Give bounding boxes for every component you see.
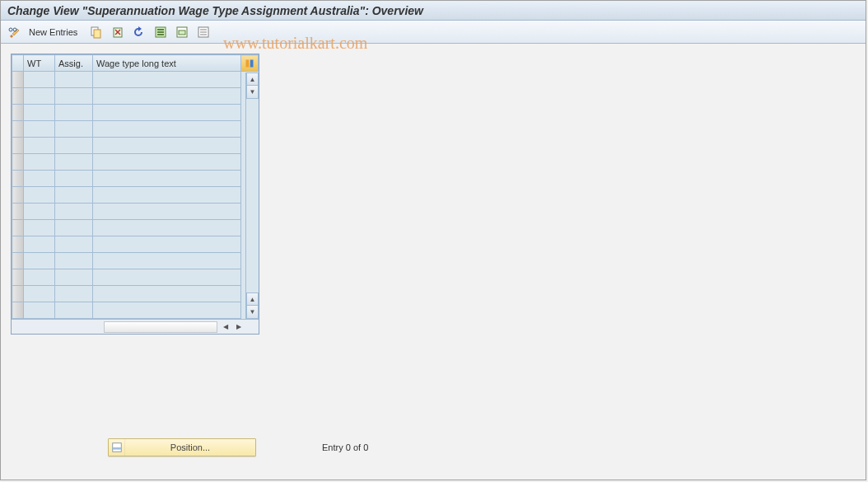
- cell-assig[interactable]: [55, 187, 93, 204]
- cell-wt[interactable]: [24, 236, 55, 253]
- cell-wt[interactable]: [24, 154, 55, 171]
- column-header-wage-long[interactable]: Wage type long text: [93, 55, 241, 72]
- column-header-wt[interactable]: WT: [24, 55, 55, 72]
- row-selector[interactable]: [12, 204, 24, 220]
- cell-wt[interactable]: [24, 253, 55, 269]
- row-selector[interactable]: [12, 105, 24, 121]
- cell-wt[interactable]: [24, 187, 55, 204]
- row-selector[interactable]: [12, 154, 24, 171]
- cell-wt[interactable]: [24, 171, 55, 187]
- cell-assig[interactable]: [55, 269, 93, 286]
- row-selector[interactable]: [12, 187, 24, 204]
- cell-wage_long[interactable]: [93, 88, 241, 105]
- select-block-button[interactable]: [173, 23, 191, 41]
- table-container: WT Assig. Wage type long text: [11, 54, 259, 335]
- cell-wage_long[interactable]: [93, 220, 241, 236]
- row-selector[interactable]: [12, 171, 24, 187]
- scroll-down-step-button[interactable]: ▲: [246, 292, 259, 306]
- scroll-up-step-button[interactable]: ▼: [246, 86, 259, 99]
- row-selector[interactable]: [12, 121, 24, 138]
- cell-assig[interactable]: [55, 105, 93, 121]
- copy-as-button[interactable]: [87, 23, 105, 41]
- cell-wt[interactable]: [24, 138, 55, 154]
- row-selector[interactable]: [12, 220, 24, 236]
- cell-assig[interactable]: [55, 302, 93, 319]
- select-all-button[interactable]: [152, 23, 170, 41]
- cell-wage_long[interactable]: [93, 286, 241, 302]
- cell-assig[interactable]: [55, 171, 93, 187]
- cell-wage_long[interactable]: [93, 204, 241, 220]
- table-row: [12, 269, 259, 286]
- cell-assig[interactable]: [55, 121, 93, 138]
- cell-wt[interactable]: [24, 302, 55, 319]
- table-row: [12, 302, 259, 319]
- cell-assig[interactable]: [55, 138, 93, 154]
- cell-wt[interactable]: [24, 269, 55, 286]
- svg-rect-10: [179, 30, 185, 35]
- entry-status: Entry 0 of 0: [322, 442, 368, 452]
- scroll-track[interactable]: [246, 99, 259, 292]
- cell-wage_long[interactable]: [93, 187, 241, 204]
- row-selector[interactable]: [12, 302, 24, 319]
- delete-button[interactable]: [109, 23, 127, 41]
- deselect-all-icon: [197, 26, 210, 39]
- cell-wt[interactable]: [24, 286, 55, 302]
- cell-wt[interactable]: [24, 88, 55, 105]
- cell-assig[interactable]: [55, 88, 93, 105]
- row-selector[interactable]: [12, 88, 24, 105]
- row-selector[interactable]: [12, 72, 24, 88]
- cell-assig[interactable]: [55, 72, 93, 88]
- row-selector[interactable]: [12, 138, 24, 154]
- hscroll-track[interactable]: [104, 321, 217, 333]
- scroll-down-button[interactable]: ▼: [246, 306, 259, 319]
- cell-wt[interactable]: [24, 121, 55, 138]
- svg-rect-8: [157, 34, 164, 35]
- table-configure-button[interactable]: [241, 55, 259, 72]
- new-entries-button[interactable]: New Entries: [27, 23, 84, 41]
- horizontal-scrollbar[interactable]: ◀ ▶: [12, 319, 259, 334]
- table-row: [12, 121, 259, 138]
- position-button[interactable]: Position...: [108, 438, 256, 456]
- svg-point-0: [9, 28, 12, 31]
- table-row: [12, 138, 259, 154]
- row-selector[interactable]: [12, 253, 24, 269]
- cell-wage_long[interactable]: [93, 253, 241, 269]
- cell-wage_long[interactable]: [93, 154, 241, 171]
- cell-wt[interactable]: [24, 204, 55, 220]
- cell-wage_long[interactable]: [93, 236, 241, 253]
- cell-assig[interactable]: [55, 154, 93, 171]
- cell-assig[interactable]: [55, 253, 93, 269]
- hscroll-right-button[interactable]: ▶: [233, 321, 245, 333]
- scroll-up-button[interactable]: ▲: [246, 73, 259, 86]
- cell-wage_long[interactable]: [93, 121, 241, 138]
- cell-wage_long[interactable]: [93, 138, 241, 154]
- footer-area: Position... Entry 0 of 0: [108, 438, 368, 456]
- position-button-label: Position...: [125, 442, 255, 452]
- cell-wage_long[interactable]: [93, 269, 241, 286]
- cell-wt[interactable]: [24, 72, 55, 88]
- cell-assig[interactable]: [55, 220, 93, 236]
- toggle-display-change-button[interactable]: [6, 23, 24, 41]
- select-all-rows-header[interactable]: [12, 55, 24, 72]
- hscroll-left-button[interactable]: ◀: [220, 321, 231, 333]
- row-selector[interactable]: [12, 236, 24, 253]
- cell-wage_long[interactable]: [93, 72, 241, 88]
- svg-rect-14: [200, 34, 207, 35]
- cell-assig[interactable]: [55, 286, 93, 302]
- cell-assig[interactable]: [55, 204, 93, 220]
- cell-wage_long[interactable]: [93, 302, 241, 319]
- cell-assig[interactable]: [55, 236, 93, 253]
- undo-button[interactable]: [130, 23, 148, 41]
- vertical-scrollbar[interactable]: ▲ ▼ ▲ ▼: [245, 73, 259, 319]
- undo-icon: [133, 26, 146, 39]
- row-selector[interactable]: [12, 286, 24, 302]
- svg-rect-15: [246, 59, 250, 67]
- table-row: [12, 236, 259, 253]
- cell-wt[interactable]: [24, 105, 55, 121]
- deselect-all-button[interactable]: [194, 23, 212, 41]
- cell-wage_long[interactable]: [93, 105, 241, 121]
- cell-wt[interactable]: [24, 220, 55, 236]
- column-header-assig[interactable]: Assig.: [55, 55, 93, 72]
- row-selector[interactable]: [12, 269, 24, 286]
- cell-wage_long[interactable]: [93, 171, 241, 187]
